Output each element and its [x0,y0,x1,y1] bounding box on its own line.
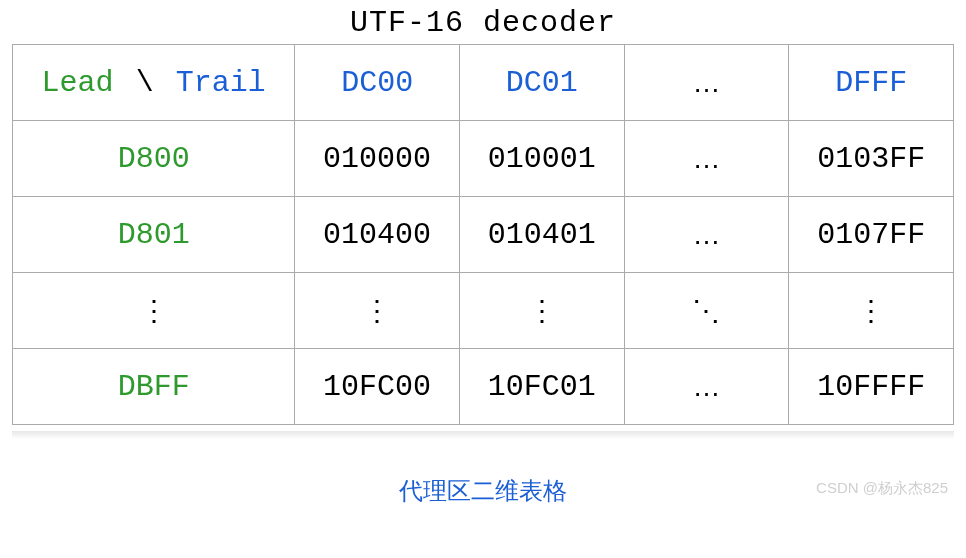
trail-label: Trail [176,66,266,100]
col-header: DC00 [295,45,460,121]
table-title: UTF-16 decoder [12,6,954,40]
table-row: D800 010000 010001 … 0103FF [13,121,954,197]
data-cell: 10FFFF [789,349,954,425]
row-header-ellipsis: ⋮ [13,273,295,349]
caption-area: 代理区二维表格 CSDN @杨永杰825 [0,475,966,507]
data-cell: 010001 [459,121,624,197]
corner-header: Lead \ Trail [13,45,295,121]
row-header: D801 [13,197,295,273]
col-header: DFFF [789,45,954,121]
header-slash: \ [136,66,154,100]
data-cell-ellipsis: ⋮ [789,273,954,349]
data-cell: 010400 [295,197,460,273]
row-header: DBFF [13,349,295,425]
data-cell: 10FC00 [295,349,460,425]
data-cell-ellipsis: … [624,197,789,273]
utf16-decoder-table: Lead \ Trail DC00 DC01 … DFFF D800 01000… [12,44,954,425]
data-cell: 010401 [459,197,624,273]
table-row-ellipsis: ⋮ ⋮ ⋮ ⋱ ⋮ [13,273,954,349]
row-header: D800 [13,121,295,197]
table-header-row: Lead \ Trail DC00 DC01 … DFFF [13,45,954,121]
data-cell-ellipsis: … [624,349,789,425]
data-cell: 0103FF [789,121,954,197]
data-cell: 010000 [295,121,460,197]
caption-text: 代理区二维表格 [399,477,567,504]
data-cell-ddots: ⋱ [624,273,789,349]
table-row: DBFF 10FC00 10FC01 … 10FFFF [13,349,954,425]
table-row: D801 010400 010401 … 0107FF [13,197,954,273]
table-container: UTF-16 decoder Lead \ Trail DC00 DC01 … … [0,0,966,431]
data-cell-ellipsis: ⋮ [459,273,624,349]
data-cell: 0107FF [789,197,954,273]
data-cell-ellipsis: ⋮ [295,273,460,349]
data-cell: 10FC01 [459,349,624,425]
col-header: DC01 [459,45,624,121]
lead-label: Lead [42,66,114,100]
data-cell-ellipsis: … [624,121,789,197]
watermark: CSDN @杨永杰825 [816,479,948,498]
table-shadow [12,431,954,439]
col-header-ellipsis: … [624,45,789,121]
